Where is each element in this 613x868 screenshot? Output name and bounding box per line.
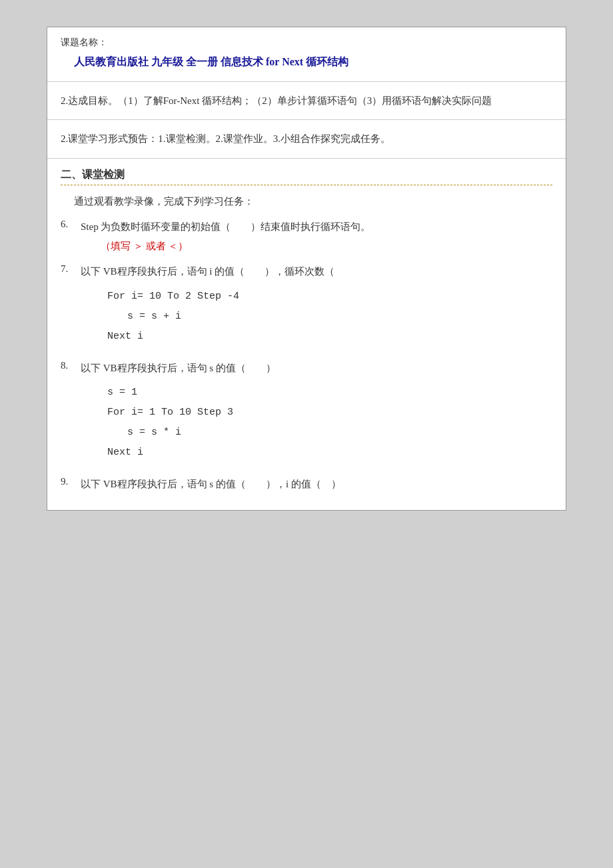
- q8-number: 8.: [61, 359, 81, 371]
- goal-text: 2.达成目标。（1）了解For-Next 循环结构；（2）单步计算循环语句（3）…: [61, 91, 552, 111]
- preview-section: 2.课堂学习形式预告：1.课堂检测。2.课堂作业。3.小组合作探究完成任务。: [47, 120, 566, 159]
- q8-code-line3: s = s * i: [127, 423, 552, 443]
- q6-content: Step 为负数时循环变量的初始值（ ）结束值时执行循环语句。 （填写 ＞ 或者…: [81, 217, 552, 255]
- q9-content: 以下 VB程序段执行后，语句 s 的值（ ），i 的值（ ）: [81, 475, 552, 494]
- page-container: 课题名称： 人民教育出版社 九年级 全一册 信息技术 for Next 循环结构…: [47, 27, 566, 511]
- q8-text: 以下 VB程序段执行后，语句 s 的值（ ）: [81, 363, 276, 373]
- q9-text: 以下 VB程序段执行后，语句 s 的值（ ），i 的值（ ）: [81, 479, 341, 489]
- q7-code-line1: For i= 10 To 2 Step -4: [107, 287, 552, 307]
- question-8: 8. 以下 VB程序段执行后，语句 s 的值（ ） s = 1 For i= 1…: [61, 359, 552, 469]
- classroom-check-section: 二、课堂检测 通过观看教学录像，完成下列学习任务： 6. Step 为负数时循环…: [47, 159, 566, 510]
- question-6: 6. Step 为负数时循环变量的初始值（ ）结束值时执行循环语句。 （填写 ＞…: [61, 217, 552, 255]
- q8-content: 以下 VB程序段执行后，语句 s 的值（ ） s = 1 For i= 1 To…: [81, 359, 552, 469]
- q7-number: 7.: [61, 262, 81, 275]
- q9-number: 9.: [61, 475, 81, 487]
- q8-code-line4: Next i: [107, 443, 552, 463]
- title-content: 人民教育出版社 九年级 全一册 信息技术 for Next 循环结构: [74, 53, 552, 72]
- q7-code-line2: s = s + i: [127, 307, 552, 327]
- q8-code-line1: s = 1: [107, 383, 552, 403]
- q7-code: For i= 10 To 2 Step -4 s = s + i Next i: [107, 287, 552, 347]
- q8-code-line2: For i= 1 To 10 Step 3: [107, 403, 552, 423]
- preview-text: 2.课堂学习形式预告：1.课堂检测。2.课堂作业。3.小组合作探究完成任务。: [61, 129, 552, 149]
- q6-text: Step 为负数时循环变量的初始值（ ）结束值时执行循环语句。: [81, 221, 370, 232]
- task-intro: 通过观看教学录像，完成下列学习任务：: [74, 192, 552, 211]
- q7-text: 以下 VB程序段执行后，语句 i 的值（ ），循环次数（: [81, 266, 344, 277]
- q7-code-line3: Next i: [107, 327, 552, 347]
- question-7: 7. 以下 VB程序段执行后，语句 i 的值（ ），循环次数（ For i= 1…: [61, 262, 552, 352]
- section2-heading-text: 二、课堂检测: [61, 169, 125, 180]
- q7-content: 以下 VB程序段执行后，语句 i 的值（ ），循环次数（ For i= 10 T…: [81, 262, 552, 352]
- q8-code: s = 1 For i= 1 To 10 Step 3 s = s * i Ne…: [107, 383, 552, 463]
- goals-section: 2.达成目标。（1）了解For-Next 循环结构；（2）单步计算循环语句（3）…: [47, 82, 566, 121]
- title-label: 课题名称：: [61, 37, 552, 49]
- q6-hint: （填写 ＞ 或者 ＜）: [101, 241, 188, 251]
- title-section: 课题名称： 人民教育出版社 九年级 全一册 信息技术 for Next 循环结构: [47, 27, 566, 82]
- section2-heading: 二、课堂检测: [61, 168, 552, 185]
- question-9: 9. 以下 VB程序段执行后，语句 s 的值（ ），i 的值（ ）: [61, 475, 552, 494]
- q6-number: 6.: [61, 217, 81, 230]
